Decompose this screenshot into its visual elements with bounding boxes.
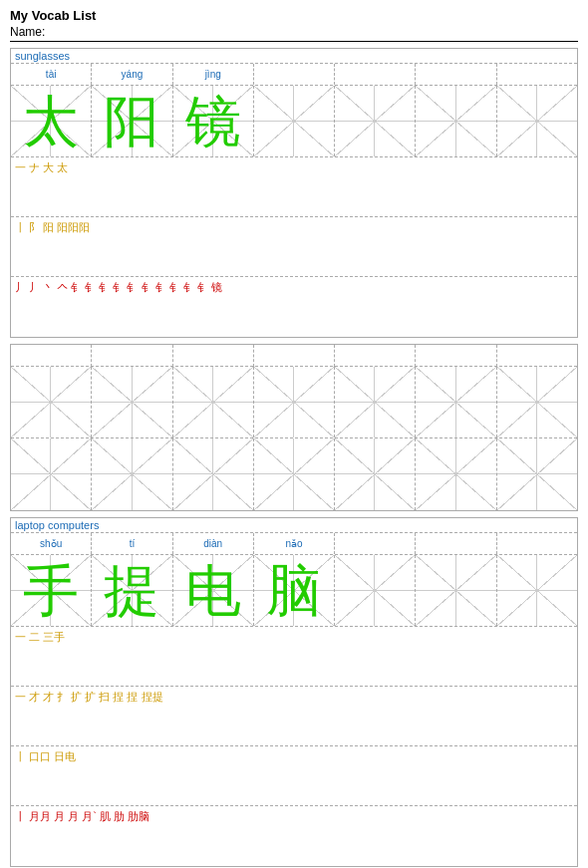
char-cell-tai: 太	[11, 86, 92, 156]
blank-char-cell	[497, 367, 577, 437]
pinyin-cell	[416, 64, 496, 85]
char-cell-shou: 手	[11, 555, 92, 626]
char-cell-blank6	[416, 555, 496, 626]
char-row-sunglasses: 太 阳 镜	[11, 86, 577, 157]
blank-char-cell	[254, 367, 335, 437]
stroke-row-dian: 丨 口口 日电	[11, 746, 577, 806]
page-wrapper: My Vocab List Name: sunglasses tài yáng …	[0, 0, 588, 868]
blank-pinyin-cell	[416, 345, 496, 367]
section-label-laptop: laptop computers	[11, 518, 577, 533]
char-cell-blank2	[335, 86, 416, 156]
pinyin-cell	[497, 64, 577, 85]
blank-char-cell	[497, 438, 577, 510]
blank-pinyin-cell	[11, 345, 92, 367]
blank-char-cell	[416, 438, 496, 510]
character-jing: 镜	[185, 94, 241, 149]
stroke-row-nao: 丨 月月 月 月 月` 肌 肋 肋脑	[11, 806, 577, 866]
blank-char-cell	[92, 367, 172, 437]
pinyin-cell-blank	[416, 533, 496, 554]
blank-char-cell	[335, 438, 416, 510]
blank-char-cell	[11, 367, 92, 437]
blank-pinyin-cell	[173, 345, 254, 367]
blank-pinyin-cell	[335, 345, 416, 367]
char-cell-blank7	[497, 555, 577, 626]
section-sunglasses: sunglasses tài yáng jìng 太 阳 镜	[10, 48, 578, 338]
char-cell-blank1	[254, 86, 335, 156]
stroke-sequence-nao: 丨 月月 月 月 月` 肌 肋 肋脑	[15, 810, 149, 822]
stroke-row-ti: 一 才 才 扌 扩 扩 扫 捏 捏 捏提	[11, 687, 577, 746]
pinyin-cell-dian: diàn	[173, 533, 254, 554]
blank-char-cell	[254, 438, 335, 510]
stroke-sequence-jing: 丿 丿 丶 𠆢 钅 钅 钅 钅 钅 钅 钅 钅 钅 钅 镜	[15, 281, 222, 293]
stroke-sequence-ti: 一 才 才 扌 扩 扩 扫 捏 捏 捏提	[15, 691, 163, 703]
char-cell-blank5	[335, 555, 416, 626]
char-cell-nao: 脑	[254, 555, 335, 626]
name-line: Name:	[10, 25, 578, 42]
stroke-sequence-dian: 丨 口口 日电	[15, 750, 76, 762]
pinyin-cell-blank	[335, 533, 416, 554]
blank-char-row-1b	[11, 438, 577, 510]
stroke-row-jing: 丿 丿 丶 𠆢 钅 钅 钅 钅 钅 钅 钅 钅 钅 钅 镜	[11, 277, 577, 337]
blank-char-cell	[173, 438, 254, 510]
char-cell-dian: 电	[173, 555, 254, 626]
blank-char-row-1a	[11, 367, 577, 438]
character-shou: 手	[23, 563, 79, 619]
pinyin-cell-shou: shǒu	[11, 533, 92, 554]
blank-section-1	[10, 344, 578, 511]
blank-char-cell	[335, 367, 416, 437]
blank-char-cell	[11, 438, 92, 510]
blank-pinyin-row-1	[11, 345, 577, 367]
blank-pinyin-cell	[497, 345, 577, 367]
pinyin-row-laptop: shǒu tí diàn nǎo	[11, 533, 577, 555]
char-row-laptop: 手 提 电 脑	[11, 555, 577, 627]
stroke-row-shou: 一 二 三手	[11, 627, 577, 687]
pinyin-cell-blank	[497, 533, 577, 554]
page-title: My Vocab List	[10, 8, 578, 23]
character-nao: 脑	[266, 563, 322, 619]
pinyin-cell	[335, 64, 416, 85]
char-cell-yang: 阳	[92, 86, 172, 156]
character-dian: 电	[185, 563, 241, 619]
stroke-sequence-shou: 一 二 三手	[15, 631, 65, 643]
blank-pinyin-cell	[92, 345, 172, 367]
character-yang: 阳	[104, 94, 159, 149]
char-cell-ti: 提	[92, 555, 172, 626]
blank-pinyin-cell	[254, 345, 335, 367]
stroke-sequence-yang: 丨 阝 阳 阳阳阳	[15, 221, 90, 233]
pinyin-cell-ti: tí	[92, 533, 172, 554]
pinyin-row-sunglasses: tài yáng jìng	[11, 64, 577, 86]
character-ti: 提	[104, 563, 159, 619]
blank-char-cell	[173, 367, 254, 437]
stroke-sequence-tai: 一 ナ 大 太	[15, 161, 68, 173]
blank-char-cell	[92, 438, 172, 510]
pinyin-cell	[254, 64, 335, 85]
section-label-sunglasses: sunglasses	[11, 49, 577, 64]
stroke-row-yang: 丨 阝 阳 阳阳阳	[11, 217, 577, 277]
section-laptop: laptop computers shǒu tí diàn nǎo 手 提 电 …	[10, 517, 578, 867]
pinyin-cell: jìng	[173, 64, 254, 85]
pinyin-cell: tài	[11, 64, 92, 85]
pinyin-cell: yáng	[92, 64, 172, 85]
stroke-row-tai: 一 ナ 大 太	[11, 157, 577, 217]
pinyin-cell-nao: nǎo	[254, 533, 335, 554]
char-cell-blank4	[497, 86, 577, 156]
character-tai: 太	[23, 94, 79, 149]
char-cell-blank3	[416, 86, 496, 156]
blank-char-cell	[416, 367, 496, 437]
char-cell-jing: 镜	[173, 86, 254, 156]
